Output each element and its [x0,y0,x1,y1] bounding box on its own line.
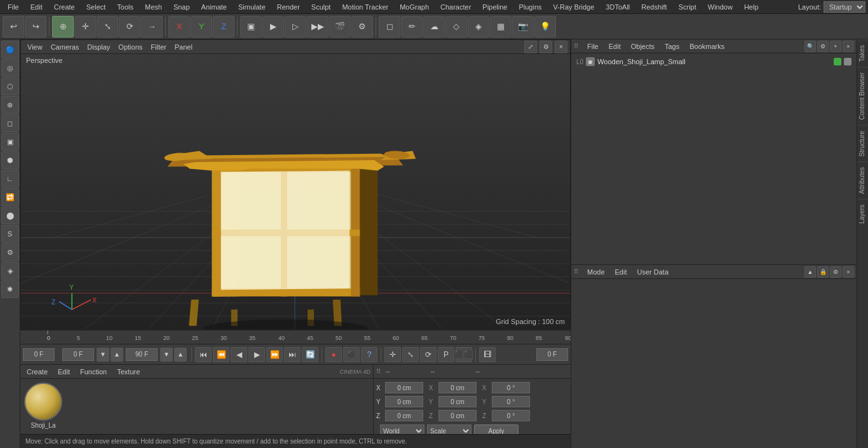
vp-menu-filter[interactable]: Filter [147,42,170,52]
menu-animate[interactable]: Animate [196,2,232,12]
coord-y-pos-input[interactable] [385,396,423,407]
end-frame-input[interactable] [126,348,158,361]
vp-menu-view[interactable]: View [24,42,46,52]
obj-menu-file[interactable]: File [583,41,602,51]
render-all-button[interactable]: ▶▶ [307,16,329,37]
rotate-key-btn[interactable]: ⟳ [420,347,437,362]
sidebar-btn-7[interactable]: ∟ [1,170,19,187]
attr-menu-mode[interactable]: Mode [583,267,609,277]
sidebar-btn-8[interactable]: 🔁 [1,188,19,206]
tab-content-browser[interactable]: Content Browser [857,67,868,125]
mat-menu-function[interactable]: Function [76,367,111,377]
tab-takes[interactable]: Takes [857,39,868,67]
menu-motion-tracker[interactable]: Motion Tracker [337,2,393,12]
move-tool-button[interactable]: ✛ [74,16,96,37]
menu-select[interactable]: Select [81,2,111,12]
3d-viewport[interactable]: Perspective [21,54,570,329]
grid-button[interactable]: ▦ [490,16,512,37]
vp-menu-options[interactable]: Options [114,42,146,52]
perspective-button[interactable]: ◻ [379,16,400,37]
attr-up-btn[interactable]: ▲ [804,266,816,278]
obj-add-btn[interactable]: + [830,41,841,52]
param-key-btn[interactable]: P [438,347,454,362]
menu-file[interactable]: File [3,2,24,12]
object-mode-button[interactable]: ▣ [240,16,262,37]
camera-button[interactable]: 📷 [512,16,534,37]
sidebar-btn-3[interactable]: ⊕ [1,96,19,114]
tab-layers[interactable]: Layers [857,199,868,229]
mat-menu-edit[interactable]: Edit [54,367,74,377]
menu-character[interactable]: Character [435,2,476,12]
goto-end-btn[interactable]: ⏭ [284,347,301,362]
obj-menu-edit[interactable]: Edit [605,41,625,51]
attr-menu-edit[interactable]: Edit [611,267,631,277]
obj-menu-tags[interactable]: Tags [661,41,683,51]
frame-step-up-btn[interactable]: ▲ [111,348,123,362]
play-btn[interactable]: ▶ [248,347,265,362]
vp-close-btn[interactable]: × [555,41,567,53]
obj-filter-btn[interactable]: ⚙ [817,41,829,52]
menu-simulate[interactable]: Simulate [233,2,271,12]
prev-frame-btn[interactable]: ⏪ [213,347,229,362]
coord-x-size-input[interactable] [438,382,477,393]
redo-button[interactable]: ↪ [25,16,46,37]
menu-script[interactable]: Script [674,2,702,12]
rotate-tool-button[interactable]: ⟳ [119,16,140,37]
timeline-ticks[interactable]: 0 5 10 15 20 25 30 35 40 45 50 55 60 65 … [20,330,571,344]
frame-step-down-btn[interactable]: ▼ [97,348,109,362]
tab-attributes[interactable]: Attributes [857,161,868,199]
coord-y-size-input[interactable] [438,396,477,407]
render-to-picture-button[interactable]: 🎬 [329,16,351,37]
sidebar-btn-11[interactable]: ⚙ [1,243,19,261]
sidebar-btn-2[interactable]: ⬡ [1,78,19,95]
coord-z-rot-input[interactable] [492,410,530,421]
material-item[interactable]: Shoji_La [24,383,62,429]
dope-btn[interactable]: ⬛⬛ [456,347,472,362]
current-frame-left-input[interactable] [62,348,94,361]
sculpt-button[interactable]: ☁ [423,16,445,37]
obj-close-btn[interactable]: × [843,41,854,52]
attr-close-btn[interactable]: × [843,266,854,278]
render-region-button[interactable]: ▶ [262,16,284,37]
poly-pen-button[interactable]: ◇ [445,16,467,37]
next-frame-btn[interactable]: ⏩ [266,347,283,362]
coord-z-size-input[interactable] [438,410,477,421]
menu-pipeline[interactable]: Pipeline [477,2,512,12]
scale-key-btn[interactable]: ⤡ [402,347,419,362]
knife-button[interactable]: ◈ [468,16,489,37]
menu-render[interactable]: Render [272,2,305,12]
filter-btn[interactable]: 🎞 [479,347,496,362]
tab-structure[interactable]: Structure [857,125,868,162]
sidebar-btn-10[interactable]: S [1,225,19,243]
move-key-btn[interactable]: ✛ [384,347,401,362]
menu-create[interactable]: Create [49,2,80,12]
menu-help[interactable]: Help [739,2,764,12]
coord-y-rot-input[interactable] [492,396,530,407]
vp-menu-panel[interactable]: Panel [171,42,196,52]
menu-tools[interactable]: Tools [112,2,139,12]
record-btn[interactable]: ● [325,347,342,362]
frame-display-input[interactable] [536,348,568,361]
mat-menu-texture[interactable]: Texture [113,367,144,377]
timeline-ruler[interactable]: 0 5 10 15 20 25 30 35 40 45 50 55 60 65 … [20,330,571,344]
vp-maximize-btn[interactable]: ⤢ [524,41,537,53]
end-frame-step-up-btn[interactable]: ▲ [174,348,187,362]
scale-tool-button[interactable]: ⤡ [97,16,118,37]
sidebar-btn-4[interactable]: ◻ [1,114,19,132]
attr-lock-btn[interactable]: 🔒 [817,266,829,278]
menu-redshift[interactable]: Redshift [636,2,672,12]
render-settings-button[interactable]: ⚙ [351,16,373,37]
attr-settings-btn[interactable]: ⚙ [830,266,841,278]
loop-btn[interactable]: 🔄 [302,347,318,362]
axis-y-button[interactable]: Y [191,16,212,37]
sidebar-btn-13[interactable]: ✱ [1,280,19,298]
sidebar-btn-6[interactable]: ⬢ [1,151,19,169]
paint-button[interactable]: ✏ [401,16,423,37]
auto-key-btn[interactable]: ⚫ [343,347,360,362]
transform-button[interactable]: → [141,16,163,37]
axis-z-button[interactable]: Z [213,16,234,37]
end-frame-step-down-btn[interactable]: ▼ [160,348,173,362]
play-backward-btn[interactable]: ◀ [231,347,247,362]
sidebar-btn-12[interactable]: ◈ [1,262,19,280]
attr-menu-user-data[interactable]: User Data [634,267,673,277]
